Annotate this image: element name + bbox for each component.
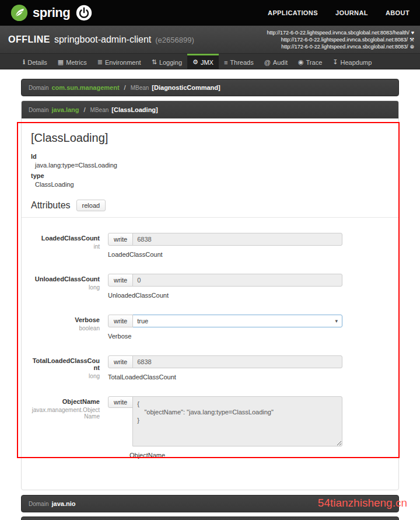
panel-classloading-header[interactable]: Domain java.lang / MBean [ClassLoading] [22,101,398,118]
mbean-identity: Id java.lang:type=ClassLoading type Clas… [31,153,389,188]
domain-label: Domain [29,501,48,507]
type-label: type [31,172,389,179]
tab-label: Environment [105,59,141,66]
tab-bar: ℹDetails ▦Metrics ≣Environment ⇅Logging … [0,54,420,69]
attribute-label: Verbose boolean [31,315,108,340]
url-row: http://172-6-0-22.lightspeed.irvnca.sbcg… [267,43,414,50]
wrench-icon: ⚒ [410,37,414,43]
mbean-label: MBean [90,107,109,113]
health-url-link[interactable]: http://172-6-0-22.lightspeed.irvnca.sbcg… [267,30,409,36]
heart-icon: ♥ [411,30,414,36]
application-title: OFFLINE springboot-admin-client (e265689… [8,34,194,45]
bar-chart-icon: ▦ [58,58,64,66]
nav-journal[interactable]: JOURNAL [335,9,368,16]
panel-diagnostic-command[interactable]: Domain com.sun.management / MBean [Diagn… [21,79,399,96]
mbean-name: [ClassLoading] [111,106,158,113]
attribute-row-totalloadedclasscount: TotalLoadedClassCount long write TotalLo… [31,355,389,381]
attribute-description: LoadedClassCount [108,251,342,258]
write-button[interactable]: write [108,274,133,287]
attribute-label: ObjectName javax.management.ObjectName [31,396,108,459]
attribute-row-objectname: ObjectName javax.management.ObjectName w… [31,396,389,459]
attribute-row-verbose: Verbose boolean write true ▾ Verbose [31,315,389,340]
attribute-description: Verbose [108,333,342,340]
attribute-name: Verbose [31,316,100,323]
objectname-textarea[interactable]: { "objectName": "java.lang:type=ClassLoa… [132,396,342,446]
jmx-content: Domain com.sun.management / MBean [Diagn… [0,69,420,520]
management-url-link[interactable]: http://172-6-0-22.lightspeed.irvnca.sbcg… [281,37,408,43]
threads-icon: ≡ [224,59,228,66]
url-row: http://172-6-0-22.lightspeed.irvnca.sbcg… [267,29,414,36]
tab-label: JMX [201,59,214,66]
totalloadedclasscount-input[interactable] [132,355,342,368]
url-row: http://172-6-0-22.lightspeed.irvnca.sbcg… [267,36,414,43]
divider [22,217,398,218]
domain-label: Domain [29,85,48,91]
tab-metrics[interactable]: ▦Metrics [52,54,92,69]
brand-name: spring [33,5,70,20]
separator: / [124,84,126,91]
tab-label: Heapdump [340,59,372,66]
id-label: Id [31,153,389,160]
nav-applications[interactable]: APPLICATIONS [268,9,318,16]
attribute-control: write UnloadedClassCount [108,274,342,299]
tab-environment[interactable]: ≣Environment [92,54,146,69]
id-value: java.lang:type=ClassLoading [31,162,389,169]
tab-details[interactable]: ℹDetails [18,54,52,69]
write-button[interactable]: write [108,315,133,327]
attributes-title: Attributes [31,200,71,211]
domain-link[interactable]: com.sun.management [51,84,119,91]
attribute-description: UnloadedClassCount [108,292,342,299]
nav-about[interactable]: ABOUT [386,9,410,16]
panel-java-util-logging[interactable]: Domain java.util.logging [21,516,399,520]
service-url-link[interactable]: http://172-6-0-22.lightspeed.irvnca.sbcg… [281,44,408,50]
top-nav-links: APPLICATIONS JOURNAL ABOUT [268,9,410,16]
input-group: write [108,274,342,287]
tab-threads[interactable]: ≡Threads [219,54,259,69]
tab-jmx[interactable]: ⚙JMX [187,54,219,69]
loadedclasscount-input[interactable] [132,233,342,246]
write-button[interactable]: write [108,233,133,246]
tab-audit[interactable]: @Audit [259,54,293,69]
type-value: ClassLoading [31,181,389,188]
attribute-type: long [31,373,100,379]
attribute-label: LoadedClassCount int [31,233,108,258]
info-icon: ℹ [23,58,25,66]
mbean-title: [ClassLoading] [31,131,389,145]
attribute-control: write TotalLoadedClassCount [108,355,342,381]
classloading-detail: [ClassLoading] Id java.lang:type=ClassLo… [22,118,398,490]
unloadedclasscount-input[interactable] [132,274,342,287]
tab-logging[interactable]: ⇅Logging [146,54,187,69]
tab-trace[interactable]: ◉Trace [293,54,327,69]
attribute-name: TotalLoadedClassCount [31,357,100,371]
tab-label: Details [27,59,47,66]
attribute-row-unloadedclasscount: UnloadedClassCount long write UnloadedCl… [31,274,389,299]
download-icon: ↧ [332,58,338,66]
input-group: write [108,233,342,246]
selected-option: true [137,317,148,324]
mbean-name: [DiagnosticCommand] [152,84,220,91]
attribute-type: long [31,284,100,291]
reload-button[interactable]: reload [76,200,106,211]
attribute-control: write LoadedClassCount [108,233,342,258]
attribute-type: boolean [31,325,100,331]
spring-brand[interactable]: spring [10,4,70,22]
separator: / [84,106,86,113]
tab-label: Logging [159,59,182,66]
domain-name: java.nio [51,500,75,507]
attribute-name: LoadedClassCount [31,235,100,242]
domain-link[interactable]: java.lang [51,106,79,113]
attribute-description: ObjectName [130,452,342,459]
write-button[interactable]: write [108,396,133,408]
filter-icon: ⇅ [152,58,157,66]
tab-heapdump[interactable]: ↧Heapdump [327,54,377,69]
list-icon: ≣ [97,58,103,66]
spring-boot-admin-page: spring APPLICATIONS JOURNAL ABOUT OFFLIN… [0,0,420,520]
watermark: 54tianzhisheng.cn [318,497,407,509]
attribute-type: int [31,243,100,250]
input-group: write { "objectName": "java.lang:type=Cl… [108,396,342,446]
tab-label: Metrics [66,59,86,66]
attribute-label: UnloadedClassCount long [31,274,108,299]
write-button[interactable]: write [108,355,133,368]
power-button[interactable] [76,5,92,21]
verbose-select[interactable]: true ▾ [132,315,342,327]
